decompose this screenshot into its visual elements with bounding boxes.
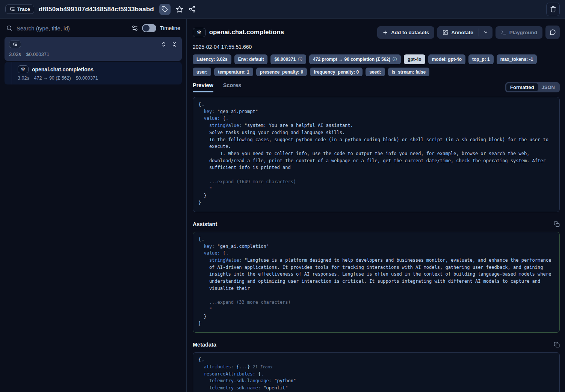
param-badge: Latency: 3.02s xyxy=(193,54,231,64)
metadata-code-block: {⌄attributes: {...} 21 ItemsresourceAttr… xyxy=(193,352,560,392)
collapse-chevron-icon[interactable]: ⌄ xyxy=(202,103,204,107)
code-text: "Langfuse is a platform designed to help… xyxy=(209,258,554,291)
code-line: value: {⌄ xyxy=(198,115,554,122)
code-line: In the following cases, suggest python c… xyxy=(198,136,554,150)
tab-preview[interactable]: Preview xyxy=(193,82,213,92)
assistant-code-block: {⌄key: "gen_ai.completion"value: {⌄strin… xyxy=(193,232,560,333)
sliders-icon xyxy=(131,25,138,32)
code-line: } xyxy=(198,313,554,320)
span-tokens: 472 → 90 (Σ 562) xyxy=(34,75,71,81)
code-text: In the following cases, suggest python c… xyxy=(209,137,551,149)
span-duration: 3.02s xyxy=(18,75,29,81)
code-text: stringValue: xyxy=(209,123,245,128)
code-text: telemetry.sdk.name: xyxy=(209,385,264,390)
comments-button[interactable] xyxy=(545,26,560,39)
trace-type-badge: Trace xyxy=(5,5,34,14)
collapse-chevron-icon[interactable]: ⌄ xyxy=(226,116,228,121)
param-badge: model: gpt-4o xyxy=(428,54,465,64)
expand-all-button[interactable] xyxy=(161,41,167,47)
fold-vertical-icon xyxy=(171,41,177,47)
code-line: {⌄ xyxy=(198,236,554,243)
search-input[interactable] xyxy=(17,25,128,32)
filter-settings-button[interactable] xyxy=(131,25,138,32)
collapse-chevron-icon[interactable]: ⌄ xyxy=(261,372,264,376)
code-text: resourceAttributes: xyxy=(204,371,258,377)
trace-type-label: Trace xyxy=(17,6,30,12)
code-line xyxy=(198,292,554,299)
plus-icon xyxy=(382,30,388,35)
unfold-vertical-icon xyxy=(161,41,167,47)
code-text: } xyxy=(198,321,201,326)
code-text: "gen_ai.prompt" xyxy=(218,109,258,114)
prompt-code-block: {⌄key: "gen_ai.prompt"value: {⌄stringVal… xyxy=(193,97,560,212)
tab-scores[interactable]: Scores xyxy=(223,82,241,92)
param-badge: $0.000371ⓘ xyxy=(270,54,306,64)
formatted-option[interactable]: Formatted xyxy=(506,83,538,91)
collapse-all-button[interactable] xyxy=(171,41,177,47)
code-line: key: "gen_ai.prompt" xyxy=(198,108,554,115)
star-icon xyxy=(176,6,183,13)
code-line: {⌄ xyxy=(198,101,554,108)
trace-tree-span-node[interactable]: ✻ openai.chat.completions 3.02s 472 → 90… xyxy=(5,62,182,84)
observation-timestamp: 2025-02-04 17:55:51.660 xyxy=(193,44,560,50)
copy-metadata-button[interactable] xyxy=(554,342,560,348)
param-badge: temperature: 1 xyxy=(214,68,253,76)
delete-trace-button[interactable] xyxy=(546,3,560,16)
list-tree-icon xyxy=(12,42,18,47)
share-button[interactable] xyxy=(189,6,196,13)
span-cost: $0.000371 xyxy=(76,75,98,81)
info-icon[interactable]: ⓘ xyxy=(393,56,397,63)
expand-link[interactable]: ...expand (1649 more characters) xyxy=(209,179,296,184)
trace-id: df850ab499107d4348584cf5933baabd xyxy=(39,6,154,13)
code-line: attributes: {...} 21 Items xyxy=(198,363,554,371)
code-line: {⌄ xyxy=(198,356,554,363)
json-option[interactable]: JSON xyxy=(538,83,559,91)
list-tree-icon xyxy=(9,6,15,12)
tag-button[interactable] xyxy=(159,4,171,15)
copy-assistant-button[interactable] xyxy=(554,221,560,227)
annotate-dropdown-button[interactable] xyxy=(479,26,492,39)
span-title: openai.chat.completions xyxy=(32,66,94,72)
terminal-icon xyxy=(501,30,506,35)
code-text: " xyxy=(209,186,212,191)
info-icon[interactable]: ⓘ xyxy=(298,56,302,63)
code-line xyxy=(198,171,554,178)
code-text: } xyxy=(204,314,206,319)
code-text: stringValue: xyxy=(209,258,245,263)
assistant-section-title: Assistant xyxy=(193,221,217,227)
code-text: { xyxy=(258,371,261,377)
collapse-chevron-icon[interactable]: ⌄ xyxy=(226,251,228,255)
annotate-button[interactable]: Annotate xyxy=(437,26,479,39)
add-to-datasets-button[interactable]: Add to datasets xyxy=(377,26,434,39)
expand-link[interactable]: ...expand (33 more characters) xyxy=(209,300,291,305)
param-badge: gpt-4o xyxy=(404,54,425,64)
code-line: } xyxy=(198,320,554,327)
code-text: "openlit" xyxy=(263,385,288,390)
collapse-chevron-icon[interactable]: ⌄ xyxy=(202,237,204,241)
timeline-toggle[interactable] xyxy=(142,24,156,32)
code-text: value: xyxy=(204,116,223,121)
star-button[interactable] xyxy=(176,6,183,13)
trash-icon xyxy=(550,6,556,12)
code-text: { xyxy=(223,116,225,121)
param-badge: Env: default xyxy=(234,54,268,64)
code-line: telemetry.sdk.language: "python" xyxy=(198,377,554,384)
code-text: Solve tasks using your coding and langua… xyxy=(209,130,345,135)
code-text: key: xyxy=(204,109,217,114)
param-badge: 472 prompt → 90 completion (Σ 562)ⓘ xyxy=(309,54,401,64)
tag-icon xyxy=(162,6,168,12)
page-title: openai.chat.completions xyxy=(209,29,284,36)
chevron-down-icon xyxy=(483,30,488,35)
collapse-chevron-icon[interactable]: ⌄ xyxy=(202,358,204,362)
search-icon xyxy=(6,25,13,32)
code-text: "system: You are a helpful AI assistant. xyxy=(245,123,353,128)
param-badge: user: xyxy=(193,68,211,76)
trace-tree-root-node[interactable]: 3.02s $0.000371 xyxy=(5,37,182,61)
param-badge: max_tokens: -1 xyxy=(497,54,537,64)
code-line: ...expand (1649 more characters) xyxy=(198,178,554,185)
code-line: stringValue: "Langfuse is a platform des… xyxy=(198,257,554,292)
playground-button[interactable]: Playground xyxy=(496,26,542,39)
code-line: Solve tasks using your coding and langua… xyxy=(198,129,554,136)
openai-icon: ✻ xyxy=(193,28,205,37)
code-text: value: xyxy=(204,250,223,256)
